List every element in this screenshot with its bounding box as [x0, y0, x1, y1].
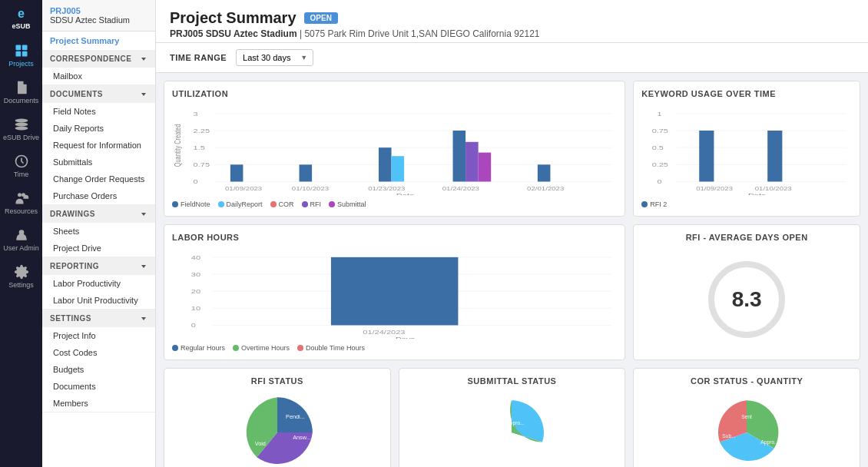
svg-text:0.75: 0.75: [194, 162, 210, 168]
legend-double-time-hours: Double Time Hours: [297, 344, 365, 352]
time-range-label: TIME RANGE: [170, 53, 227, 62]
project-address: 5075 Park Rim Drive Unit 1,SAN DIEGO Cal…: [304, 28, 539, 39]
svg-rect-30: [453, 131, 466, 181]
cor-quantity-pie: Sent Appro... Sub...: [708, 390, 785, 467]
sidebar-section-documents-header[interactable]: DOCUMENTS: [42, 85, 155, 103]
svg-text:Sub...: Sub...: [722, 433, 736, 439]
time-range-select-wrapper[interactable]: Last 30 days Last 7 days Last 90 days Cu…: [236, 49, 313, 66]
sidebar-project-name: SDSU Aztec Stadium: [50, 15, 147, 25]
svg-marker-13: [141, 213, 146, 216]
sidebar-item-submittals[interactable]: Submittals: [42, 154, 155, 171]
sidebar-item-budgets[interactable]: Budgets: [42, 361, 155, 378]
chart-labor-area: 40 30 20 10 0 01/24/2023 Days: [172, 247, 617, 341]
svg-text:Answ...: Answ...: [293, 434, 311, 441]
chart-labor-title: LABOR HOURS: [172, 233, 617, 242]
nav-settings-label: Settings: [8, 281, 34, 289]
sidebar-section-correspondence: CORRESPONDENCE Mailbox: [42, 50, 155, 85]
sidebar-item-daily-reports[interactable]: Daily Reports: [42, 120, 155, 137]
status-badge: OPEN: [304, 12, 338, 24]
nav-resources[interactable]: Resources: [0, 184, 42, 221]
sidebar-item-cost-codes[interactable]: Cost Codes: [42, 344, 155, 361]
svg-text:40: 40: [191, 254, 200, 260]
sidebar-section-reporting-header[interactable]: REPORTING: [42, 257, 155, 275]
chart-rfi-status-title: RFI STATUS: [251, 376, 303, 386]
sidebar-item-labor-productivity[interactable]: Labor Productivity: [42, 275, 155, 292]
svg-text:3: 3: [194, 111, 198, 117]
sidebar: PRJ005 SDSU Aztec Stadium Project Summar…: [42, 0, 156, 467]
svg-point-4: [15, 127, 28, 131]
sidebar-section-settings-header[interactable]: SETTINGS: [42, 310, 155, 327]
svg-text:Date: Date: [396, 192, 414, 195]
svg-text:10: 10: [191, 306, 200, 312]
svg-text:2.25: 2.25: [194, 128, 210, 134]
sidebar-item-rfi[interactable]: Request for Information: [42, 137, 155, 154]
sidebar-item-project-summary[interactable]: Project Summary: [42, 31, 155, 50]
keyword-legend: RFI 2: [641, 200, 852, 208]
svg-marker-14: [141, 265, 146, 268]
svg-text:Pendi...: Pendi...: [286, 413, 305, 420]
svg-rect-29: [392, 156, 405, 181]
svg-rect-1: [22, 45, 27, 51]
nav-projects[interactable]: Projects: [0, 37, 42, 74]
legend-submittal: Submittal: [329, 200, 366, 208]
sidebar-item-project-drive[interactable]: Project Drive: [42, 240, 155, 257]
gauge-value: 8.3: [732, 287, 762, 312]
svg-rect-52: [768, 131, 783, 181]
chart-keyword-usage: KEYWORD USAGE OVER TIME 1 0.75 0.5 0.25 …: [633, 81, 860, 217]
svg-text:01/10/2023: 01/10/2023: [292, 187, 330, 192]
svg-point-6: [15, 119, 28, 123]
nav-documents[interactable]: Documents: [0, 74, 42, 111]
sidebar-item-labor-unit-productivity[interactable]: Labor Unit Productivity: [42, 292, 155, 309]
rfi-avg-display: 8.3: [708, 247, 785, 352]
sidebar-item-field-notes[interactable]: Field Notes: [42, 103, 155, 120]
legend-dailyreport: DailyReport: [218, 200, 263, 208]
legend-rfi: RFI: [302, 200, 322, 208]
legend-cor: COR: [270, 200, 294, 208]
svg-rect-27: [300, 164, 313, 181]
sidebar-item-documents[interactable]: Documents: [42, 378, 155, 395]
legend-overtime-hours: Overtime Hours: [233, 344, 290, 352]
sidebar-item-members[interactable]: Members: [42, 395, 155, 412]
svg-text:0: 0: [191, 323, 196, 329]
sidebar-item-change-orders[interactable]: Change Order Requests: [42, 171, 155, 187]
page-title: Project Summary: [170, 9, 297, 27]
page-header: Project Summary OPEN PRJ005 SDSU Aztec S…: [156, 0, 868, 43]
svg-rect-3: [22, 51, 27, 57]
svg-text:1: 1: [658, 111, 662, 117]
nav-time[interactable]: Time: [0, 147, 42, 184]
chart-utilization-title: UTILIZATION: [172, 89, 617, 98]
brand-logo: e eSUB: [12, 6, 30, 31]
sidebar-item-sheets[interactable]: Sheets: [42, 223, 155, 240]
svg-rect-32: [479, 153, 492, 182]
submittal-pie: Appro... Other: [473, 390, 550, 467]
sidebar-item-purchase-orders[interactable]: Purchase Orders: [42, 187, 155, 204]
sidebar-section-correspondence-header[interactable]: CORRESPONDENCE: [42, 50, 155, 68]
svg-rect-31: [465, 142, 479, 182]
svg-text:01/09/2023: 01/09/2023: [696, 187, 733, 192]
svg-marker-11: [141, 58, 146, 61]
project-ref: PRJ005 SDSU Aztec Stadium: [170, 28, 297, 39]
nav-user-admin[interactable]: User Admin: [0, 221, 42, 258]
sidebar-item-project-info[interactable]: Project Info: [42, 327, 155, 344]
rfi-status-pie: Pendi... Answ... Void: [235, 390, 320, 467]
chart-labor-hours: LABOR HOURS 40 30 20 10 0 01/24/2023: [164, 224, 625, 360]
legend-regular-hours: Regular Hours: [172, 344, 225, 352]
nav-settings[interactable]: Settings: [0, 258, 42, 295]
nav-projects-label: Projects: [8, 60, 34, 68]
sidebar-item-mailbox[interactable]: Mailbox: [42, 68, 155, 84]
svg-text:Appro...: Appro...: [760, 439, 778, 445]
circle-gauge: 8.3: [708, 261, 785, 338]
time-range-select[interactable]: Last 30 days Last 7 days Last 90 days Cu…: [236, 49, 313, 66]
svg-text:0.75: 0.75: [652, 128, 668, 134]
sidebar-section-documents: DOCUMENTS Field Notes Daily Reports Requ…: [42, 85, 155, 205]
chart-rfi-avg-title: RFI - AVERAGE DAYS OPEN: [686, 233, 808, 242]
chart-utilization: UTILIZATION 3 2.25 1.5 0.75 0: [164, 81, 625, 217]
svg-text:Date: Date: [748, 192, 766, 195]
sidebar-section-drawings-header[interactable]: DRAWINGS: [42, 205, 155, 223]
svg-text:20: 20: [191, 289, 200, 295]
svg-rect-28: [379, 147, 392, 181]
svg-text:30: 30: [191, 271, 200, 277]
nav-drive[interactable]: eSUB Drive: [0, 111, 42, 147]
legend-rfi2: RFI 2: [641, 200, 667, 208]
chart-utilization-area: 3 2.25 1.5 0.75 0: [172, 103, 617, 197]
